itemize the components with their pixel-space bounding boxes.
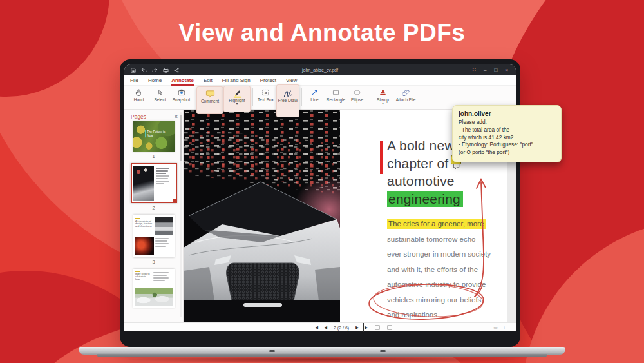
menu-file[interactable]: File <box>130 77 138 83</box>
toolbar-separator <box>370 88 370 106</box>
previous-page-icon[interactable]: ◀ <box>324 323 327 332</box>
text-box-icon: a <box>261 88 270 97</box>
toolbar-separator <box>252 88 253 106</box>
hand-icon <box>135 88 143 97</box>
window-layout-icon[interactable]: ∷ <box>473 64 476 75</box>
paragraph-line: automotive industry to provide <box>387 280 486 288</box>
page-thumbnail-1[interactable]: The Future is Now <box>133 121 175 152</box>
laptop-base <box>79 347 565 355</box>
free-draw-tool-button[interactable]: Free Draw <box>276 84 299 117</box>
selection-handle <box>173 199 176 202</box>
tool-label: Select <box>154 97 166 102</box>
menu-annotate[interactable]: Annotate <box>171 77 194 83</box>
note-line: (or O porto "the port") <box>459 149 555 157</box>
sidebar-scrollbar[interactable] <box>180 112 182 317</box>
tool-label: Line <box>310 97 318 102</box>
continuous-view-icon[interactable] <box>387 325 392 330</box>
free-draw-scribble-icon <box>283 88 293 98</box>
headline-line: chapter of <box>387 156 448 171</box>
snapshot-tool-button[interactable]: Snapshot <box>171 86 192 108</box>
pages-sidebar: Pages × The Future is Now 1 2 <box>124 110 184 322</box>
page-thumbnail-2-selected[interactable] <box>131 163 177 203</box>
page-thumbnail-3[interactable]: A triumvirate of design, function and cl… <box>133 215 175 257</box>
status-bar: ◀ ◀ 2 (2 / 6) ▶ ▶ − ▭ + <box>124 322 516 331</box>
thumbnail-text-block <box>155 166 174 201</box>
menu-home[interactable]: Home <box>148 77 162 83</box>
paragraph-line: ever stronger in modern society <box>387 250 491 258</box>
red-accent-bar <box>380 141 383 174</box>
single-page-view-icon[interactable] <box>375 325 380 330</box>
menu-fill-and-sign[interactable]: Fill and Sign <box>222 77 251 83</box>
stamp-tool-button[interactable]: Stamp ▾ <box>372 86 393 108</box>
rectangle-tool-button[interactable]: Rectangle <box>325 86 346 108</box>
car-showroom-photo <box>184 110 340 322</box>
yellow-highlighted-text: The cries for a greener, more <box>387 219 486 229</box>
dropdown-caret-icon: ▾ <box>236 103 238 106</box>
note-line: city which is 41.42 km2. <box>459 134 555 142</box>
window-titlebar: john_abise_cv.pdf ∷ – □ × <box>124 64 516 75</box>
select-cursor-icon <box>156 88 164 97</box>
zoom-out-icon[interactable]: − <box>486 326 488 330</box>
thumbnail-cars-photo <box>135 288 173 306</box>
svg-text:a: a <box>265 90 267 95</box>
close-icon[interactable]: × <box>505 64 508 75</box>
paragraph-line: and aspirations. <box>387 311 439 319</box>
thumbnail-text-block: Baby steps to a futuristic leap <box>135 271 151 286</box>
restore-icon[interactable]: □ <box>494 64 497 75</box>
laptop-foot <box>380 350 386 352</box>
page-paragraph: The cries for a greener, more sustainabl… <box>387 217 491 322</box>
zoom-in-icon[interactable]: + <box>503 326 506 330</box>
attach-file-tool-button[interactable]: Attach File <box>393 86 418 108</box>
first-page-icon[interactable]: ◀ <box>315 323 319 332</box>
headline-line: A bold new <box>387 138 455 153</box>
select-tool-button[interactable]: Select <box>149 86 171 108</box>
page-indicator: 2 (2 / 6) <box>334 326 349 330</box>
fit-page-icon[interactable]: ▭ <box>493 325 498 330</box>
page-thumbnail-4[interactable]: Baby steps to a futuristic leap <box>133 269 175 308</box>
line-arrow-icon <box>310 88 319 97</box>
close-panel-icon[interactable]: × <box>175 113 178 120</box>
page-number: 2 <box>152 205 155 211</box>
thumbnail-car-photo <box>133 166 155 201</box>
last-page-icon[interactable]: ▶ <box>363 323 368 332</box>
highlight-tool-button[interactable]: Highlight ▾ <box>223 86 251 112</box>
thumbnail-taillight-photo <box>135 237 155 255</box>
tool-label: Attach File <box>396 97 416 102</box>
toolbar-separator <box>301 88 302 106</box>
green-highlighted-text: engineering <box>387 191 463 207</box>
tool-label: Comment <box>201 99 219 103</box>
page-number: 1 <box>152 153 155 159</box>
paragraph-line: vehicles mirroring our beliefs <box>387 296 481 304</box>
paperclip-icon <box>402 88 410 97</box>
menu-protect[interactable]: Protect <box>260 77 276 83</box>
hero-title: View and Annotate PDFs <box>0 19 644 46</box>
next-page-icon[interactable]: ▶ <box>355 323 359 332</box>
headline-line: automotive <box>387 173 455 188</box>
tool-label: Text Box <box>258 97 274 102</box>
tool-label: Hand <box>134 97 144 102</box>
sticky-note-comment[interactable]: john.oliver Please add: - The total area… <box>452 105 562 162</box>
comment-bubble-icon <box>205 89 215 99</box>
thumbnail-text-block <box>155 237 172 255</box>
paragraph-line: sustainable tomorrow echo <box>387 235 475 243</box>
menu-view[interactable]: View <box>286 77 297 83</box>
hand-tool-button[interactable]: Hand <box>128 86 149 108</box>
comment-tool-button[interactable]: Comment <box>196 86 223 114</box>
menu-edit[interactable]: Edit <box>204 77 213 83</box>
text-box-tool-button[interactable]: a Text Box <box>255 86 276 108</box>
rectangle-icon <box>332 88 340 97</box>
line-tool-button[interactable]: Line <box>304 86 325 108</box>
ellipse-tool-button[interactable]: Ellipse <box>346 86 368 108</box>
tool-label: Snapshot <box>173 97 190 102</box>
minimize-icon[interactable]: – <box>484 64 486 75</box>
thumbnail-caption: Baby steps to a futuristic leap <box>135 273 151 280</box>
camera-icon <box>177 88 186 97</box>
tool-label: Rectangle <box>327 97 345 102</box>
laptop-foot <box>269 350 275 352</box>
dropdown-caret-icon: ▾ <box>382 102 384 105</box>
thumbnail-car-photo <box>155 217 172 235</box>
toolbar-separator <box>194 88 194 106</box>
paragraph-line: and with it, the efforts of the <box>387 266 478 273</box>
thumbnail-text-block <box>153 271 173 286</box>
thumbnail-caption: The Future is Now <box>145 130 167 137</box>
